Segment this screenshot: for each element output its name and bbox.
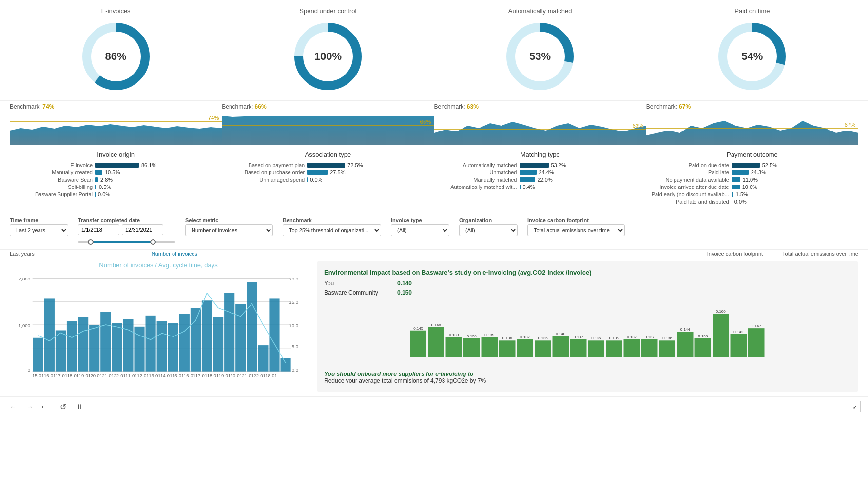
green-bar-svg: 0.1450.1480.1390.1380.1390.1360.1370.136… [324, 301, 851, 364]
filter-org-select[interactable]: (All) [459, 224, 518, 236]
detail-bar-wrap: 2.8% [95, 177, 217, 183]
detail-title-association: Association type [227, 151, 429, 158]
detail-row: Manually matched 22.0% [439, 177, 641, 183]
svg-rect-81 [446, 337, 463, 357]
detail-label: Based on purchase order [227, 169, 305, 175]
svg-rect-39 [100, 312, 111, 371]
detail-bar [732, 199, 732, 204]
nav-back-button[interactable]: ← [7, 401, 19, 412]
svg-text:0.140: 0.140 [556, 332, 566, 336]
nav-back2-button[interactable]: ⟵ [40, 401, 52, 412]
nav-refresh-button[interactable]: ↺ [57, 401, 69, 412]
svg-text:0.142: 0.142 [733, 330, 744, 334]
benchmark-value-spend: 66% [255, 103, 267, 110]
svg-text:0.137: 0.137 [627, 335, 637, 339]
detail-row: Paid late and disputed 0.0% [651, 199, 853, 205]
svg-text:11-01: 11-01 [125, 373, 137, 378]
filter-metric-select[interactable]: Number of invoices [185, 224, 273, 236]
filter-timeframe: Time frame Last 2 years [10, 217, 68, 236]
svg-rect-107 [677, 332, 694, 357]
slider-fill [88, 241, 156, 243]
svg-text:0.137: 0.137 [574, 335, 584, 339]
area-chart-matched: 63% [434, 111, 646, 145]
svg-text:16-01: 16-01 [184, 373, 195, 378]
filter-timeframe-select[interactable]: Last 2 years [10, 224, 68, 236]
svg-text:0.160: 0.160 [716, 309, 726, 314]
detail-bar-wrap: 0.5% [95, 184, 217, 190]
date-to-input[interactable] [122, 224, 163, 235]
detail-bar-wrap: 24.4% [520, 169, 641, 175]
detail-pct: 0.5% [99, 184, 111, 190]
detail-pct: 53.2% [551, 162, 566, 168]
detail-label: Basware Scan [15, 177, 93, 183]
detail-label: Automatically matched [439, 162, 517, 168]
slider-thumb-right[interactable] [150, 239, 156, 245]
svg-text:0.136: 0.136 [538, 336, 548, 340]
detail-bar-wrap: 22.0% [520, 177, 641, 183]
dashboard: E-invoices 86% Spend under control 100% [0, 0, 868, 485]
svg-text:63%: 63% [632, 123, 643, 129]
filter-metric: Select metric Number of invoices [185, 217, 273, 236]
detail-pct: 2.8% [100, 177, 113, 183]
detail-bar [307, 170, 328, 175]
filter-carbon-select[interactable]: Total actual emissions over time [527, 224, 625, 236]
kpi-card-einvoices: E-invoices 86% [10, 5, 222, 98]
slider-thumb-left[interactable] [88, 239, 94, 245]
svg-rect-34 [44, 298, 55, 371]
env-title: Environmental impact based on Basware's … [324, 269, 851, 276]
detail-label: Manually matched [439, 177, 517, 183]
svg-rect-53 [258, 345, 268, 372]
filter-org: Organization (All) [459, 217, 518, 236]
env-community-label: Basware Community [324, 289, 387, 296]
benchmark-row: Benchmark: 74% 74% Benchma [0, 101, 868, 146]
benchmark-text-matched: Benchmark: 63% [434, 103, 646, 110]
svg-rect-105 [659, 340, 676, 357]
svg-rect-111 [713, 314, 729, 357]
filter-section: Time frame Last 2 years Transfer complet… [0, 211, 868, 250]
svg-text:13-01: 13-01 [149, 373, 160, 378]
svg-text:0.147: 0.147 [752, 324, 762, 328]
svg-text:0: 0 [28, 367, 30, 373]
svg-text:22-01: 22-01 [114, 373, 125, 378]
svg-text:5.0: 5.0 [292, 344, 298, 349]
svg-text:0.136: 0.136 [591, 336, 601, 340]
detail-label: Invoice arrived after due date [651, 184, 729, 190]
svg-text:20-01: 20-01 [91, 373, 102, 378]
svg-text:18-01: 18-01 [67, 373, 79, 378]
filter-benchmark-label: Benchmark [283, 217, 381, 223]
benchmark-matched: Benchmark: 63% 63% [434, 103, 646, 145]
svg-marker-8 [10, 124, 222, 145]
svg-rect-38 [89, 325, 99, 372]
svg-text:20.0: 20.0 [289, 276, 298, 281]
filter-invoice-type-select[interactable]: (All) [391, 224, 449, 236]
detail-pct: 0.0% [734, 199, 747, 205]
detail-bar [95, 185, 96, 189]
donut-einvoices: 86% [77, 18, 155, 95]
kpi-title-spend: Spend under control [299, 7, 356, 15]
donut-label-einvoices: 86% [105, 50, 127, 63]
detail-bar [520, 170, 537, 175]
date-from-input[interactable] [78, 224, 119, 235]
detail-label: E-Invoice [15, 162, 93, 168]
svg-rect-52 [247, 282, 257, 372]
kpi-title-paid: Paid on time [734, 7, 770, 15]
svg-rect-97 [588, 340, 605, 357]
benchmark-value-matched: 63% [467, 103, 479, 110]
svg-rect-36 [67, 321, 77, 371]
nav-pause-button[interactable]: ⏸ [74, 401, 85, 412]
detail-row: E-Invoice 86.1% [15, 162, 217, 168]
svg-text:15.0: 15.0 [289, 299, 298, 305]
svg-rect-37 [78, 317, 88, 372]
filter-benchmark-select[interactable]: Top 25% threshold of organizati... [283, 224, 381, 236]
detail-bar-wrap: 72.5% [307, 162, 429, 168]
detail-bar [307, 177, 308, 182]
expand-button[interactable]: ⤢ [849, 401, 861, 412]
detail-pct: 0.0% [98, 191, 110, 197]
filter-invoice-type: Invoice type (All) [391, 217, 449, 236]
kpi-card-matched: Automatically matched 53% [434, 5, 646, 98]
detail-label: Manually created [15, 169, 93, 175]
svg-rect-48 [202, 300, 212, 371]
detail-row: Automatically matched wit... 0.4% [439, 184, 641, 190]
nav-forward-button[interactable]: → [24, 401, 36, 412]
svg-text:0.148: 0.148 [431, 323, 442, 327]
